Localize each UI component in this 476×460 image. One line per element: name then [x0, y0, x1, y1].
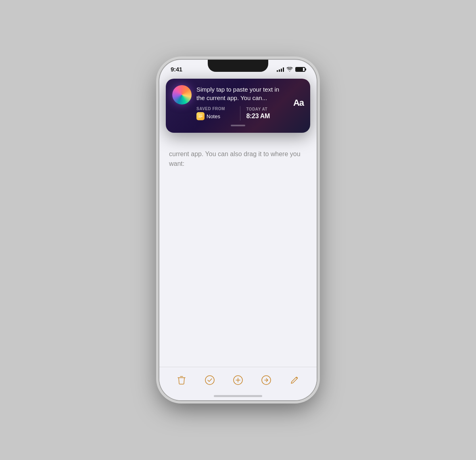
siri-popup-content: Simply tap to paste your text in the cur… [172, 85, 304, 121]
aa-button[interactable]: Aa [293, 98, 304, 108]
siri-source: Notes [196, 112, 234, 120]
add-button[interactable] [229, 371, 247, 389]
note-body-text: current app. You can also drag it to whe… [169, 151, 301, 167]
home-indicator [214, 395, 262, 397]
share-button[interactable] [257, 371, 275, 389]
siri-time-value: 8:23 AM [246, 113, 284, 120]
svg-point-0 [205, 376, 214, 385]
battery-icon [295, 67, 305, 72]
source-app-label: Notes [207, 113, 220, 119]
popup-drag-handle [231, 125, 245, 126]
delete-button[interactable] [173, 371, 190, 389]
siri-today-at: TODAY AT 8:23 AM [246, 107, 284, 120]
siri-divider [240, 106, 240, 121]
today-at-label: TODAY AT [246, 107, 284, 111]
notch [208, 60, 268, 72]
notes-app-icon [196, 112, 205, 120]
saved-from-label: SAVED FROM [196, 107, 234, 111]
check-button[interactable] [201, 371, 219, 389]
status-icons [277, 67, 305, 72]
wifi-icon [286, 67, 293, 72]
phone-frame: 9:41 [159, 60, 317, 400]
siri-saved-from: SAVED FROM Notes [196, 107, 234, 120]
compose-button[interactable] [286, 371, 303, 389]
siri-text-content: Simply tap to paste your text in the cur… [196, 85, 284, 121]
status-time: 9:41 [171, 66, 182, 73]
signal-bars-icon [277, 67, 284, 72]
siri-orb-icon [172, 85, 192, 105]
siri-meta: SAVED FROM Notes [196, 106, 284, 121]
siri-popup[interactable]: Simply tap to paste your text in the cur… [166, 79, 310, 133]
siri-main-text: Simply tap to paste your text in the cur… [196, 85, 284, 102]
